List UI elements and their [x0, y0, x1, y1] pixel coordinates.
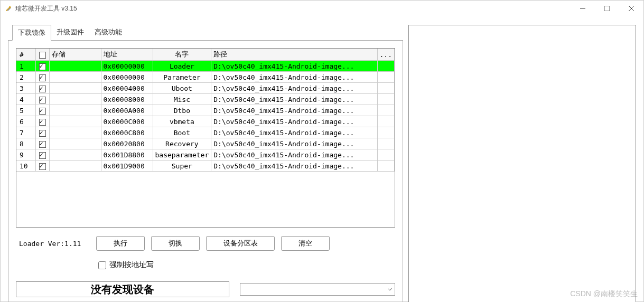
- table-row[interactable]: 40x00008000MiscD:\ov50c40_imx415-Android…: [16, 94, 395, 105]
- cell-address[interactable]: 0x00008000: [101, 94, 153, 105]
- cell-address[interactable]: 0x001D8800: [101, 149, 153, 161]
- cell-address[interactable]: 0x001D9000: [101, 161, 153, 172]
- cell-name[interactable]: Misc: [153, 94, 211, 105]
- cell-path[interactable]: D:\ov50c40_imx415-Android-image...: [211, 116, 377, 127]
- cell-checkbox[interactable]: [35, 94, 49, 105]
- cell-browse[interactable]: [377, 94, 394, 105]
- cell-name[interactable]: Dtbo: [153, 105, 211, 116]
- partition-table-button[interactable]: 设备分区表: [206, 236, 275, 251]
- row-checkbox[interactable]: [39, 130, 46, 137]
- cell-path[interactable]: D:\ov50c40_imx415-Android-image...: [211, 94, 377, 105]
- cell-address[interactable]: 0x00000000: [101, 61, 153, 72]
- cell-storage[interactable]: [49, 161, 101, 172]
- maximize-button[interactable]: [595, 1, 619, 16]
- cell-browse[interactable]: [377, 149, 394, 161]
- table-row[interactable]: 60x0000C000vbmetaD:\ov50c40_imx415-Andro…: [16, 116, 395, 127]
- cell-path[interactable]: D:\ov50c40_imx415-Android-image...: [211, 83, 377, 94]
- row-checkbox[interactable]: [39, 74, 46, 81]
- cell-storage[interactable]: [49, 105, 101, 116]
- cell-storage[interactable]: [49, 72, 101, 83]
- close-button[interactable]: [619, 1, 643, 16]
- tab-advanced[interactable]: 高级功能: [89, 25, 127, 41]
- cell-name[interactable]: Loader: [153, 61, 211, 72]
- cell-path[interactable]: D:\ov50c40_imx415-Android-image...: [211, 105, 377, 116]
- cell-browse[interactable]: [377, 83, 394, 94]
- row-checkbox[interactable]: [39, 97, 46, 103]
- header-path[interactable]: 路径: [211, 49, 377, 61]
- cell-name[interactable]: Super: [153, 161, 211, 172]
- tab-upgrade-firmware[interactable]: 升级固件: [51, 25, 89, 41]
- cell-checkbox[interactable]: [35, 138, 49, 149]
- cell-browse[interactable]: [377, 138, 394, 149]
- cell-browse[interactable]: [377, 72, 394, 83]
- row-checkbox[interactable]: [39, 163, 46, 170]
- cell-browse[interactable]: [377, 161, 394, 172]
- execute-button[interactable]: 执行: [96, 236, 145, 251]
- row-checkbox[interactable]: [39, 63, 46, 70]
- cell-storage[interactable]: [49, 83, 101, 94]
- cell-name[interactable]: vbmeta: [153, 116, 211, 127]
- cell-path[interactable]: D:\ov50c40_imx415-Android-image...: [211, 127, 377, 138]
- cell-path[interactable]: D:\ov50c40_imx415-Android-image...: [211, 61, 377, 72]
- cell-checkbox[interactable]: [35, 61, 49, 72]
- cell-address[interactable]: 0x00004000: [101, 83, 153, 94]
- row-checkbox[interactable]: [39, 141, 46, 148]
- cell-path[interactable]: D:\ov50c40_imx415-Android-image...: [211, 138, 377, 149]
- cell-checkbox[interactable]: [35, 161, 49, 172]
- table-row[interactable]: 100x001D9000SuperD:\ov50c40_imx415-Andro…: [16, 161, 395, 172]
- cell-storage[interactable]: [49, 149, 101, 161]
- cell-name[interactable]: Recovery: [153, 138, 211, 149]
- cell-checkbox[interactable]: [35, 149, 49, 161]
- header-checkbox[interactable]: [35, 49, 49, 61]
- table-row[interactable]: 10x00000000LoaderD:\ov50c40_imx415-Andro…: [16, 61, 395, 72]
- cell-checkbox[interactable]: [35, 105, 49, 116]
- cell-checkbox[interactable]: [35, 127, 49, 138]
- cell-browse[interactable]: [377, 127, 394, 138]
- header-index[interactable]: #: [16, 49, 35, 61]
- cell-browse[interactable]: [377, 61, 394, 72]
- cell-storage[interactable]: [49, 116, 101, 127]
- cell-path[interactable]: D:\ov50c40_imx415-Android-image...: [211, 72, 377, 83]
- table-row[interactable]: 90x001D8800baseparameterD:\ov50c40_imx41…: [16, 149, 395, 161]
- switch-button[interactable]: 切换: [151, 236, 200, 251]
- table-row[interactable]: 50x0000A000DtboD:\ov50c40_imx415-Android…: [16, 105, 395, 116]
- cell-address[interactable]: 0x0000A000: [101, 105, 153, 116]
- cell-browse[interactable]: [377, 116, 394, 127]
- header-checkbox-icon[interactable]: [39, 52, 46, 59]
- row-checkbox[interactable]: [39, 152, 46, 159]
- row-checkbox[interactable]: [39, 119, 46, 126]
- table-row[interactable]: 80x00020800RecoveryD:\ov50c40_imx415-And…: [16, 138, 395, 149]
- device-select[interactable]: [240, 283, 395, 296]
- tab-download-image[interactable]: 下载镜像: [12, 25, 51, 41]
- cell-address[interactable]: 0x0000C800: [101, 127, 153, 138]
- cell-path[interactable]: D:\ov50c40_imx415-Android-image...: [211, 161, 377, 172]
- clear-button[interactable]: 清空: [281, 236, 330, 251]
- cell-storage[interactable]: [49, 94, 101, 105]
- row-checkbox[interactable]: [39, 86, 46, 92]
- header-address[interactable]: 地址: [101, 49, 153, 61]
- cell-browse[interactable]: [377, 105, 394, 116]
- row-checkbox[interactable]: [39, 108, 46, 115]
- cell-checkbox[interactable]: [35, 83, 49, 94]
- cell-name[interactable]: Parameter: [153, 72, 211, 83]
- cell-address[interactable]: 0x0000C000: [101, 116, 153, 127]
- cell-path[interactable]: D:\ov50c40_imx415-Android-image...: [211, 149, 377, 161]
- table-row[interactable]: 70x0000C800BootD:\ov50c40_imx415-Android…: [16, 127, 395, 138]
- header-storage[interactable]: 存储: [49, 49, 101, 61]
- cell-address[interactable]: 0x00000000: [101, 72, 153, 83]
- cell-storage[interactable]: [49, 138, 101, 149]
- header-browse[interactable]: ...: [377, 49, 394, 61]
- cell-name[interactable]: Uboot: [153, 83, 211, 94]
- cell-address[interactable]: 0x00020800: [101, 138, 153, 149]
- cell-storage[interactable]: [49, 61, 101, 72]
- header-name[interactable]: 名字: [153, 49, 211, 61]
- minimize-button[interactable]: [571, 1, 595, 16]
- cell-name[interactable]: Boot: [153, 127, 211, 138]
- cell-checkbox[interactable]: [35, 116, 49, 127]
- table-row[interactable]: 30x00004000UbootD:\ov50c40_imx415-Androi…: [16, 83, 395, 94]
- cell-checkbox[interactable]: [35, 72, 49, 83]
- cell-name[interactable]: baseparameter: [153, 149, 211, 161]
- force-write-checkbox[interactable]: [98, 261, 106, 269]
- cell-storage[interactable]: [49, 127, 101, 138]
- table-row[interactable]: 20x00000000ParameterD:\ov50c40_imx415-An…: [16, 72, 395, 83]
